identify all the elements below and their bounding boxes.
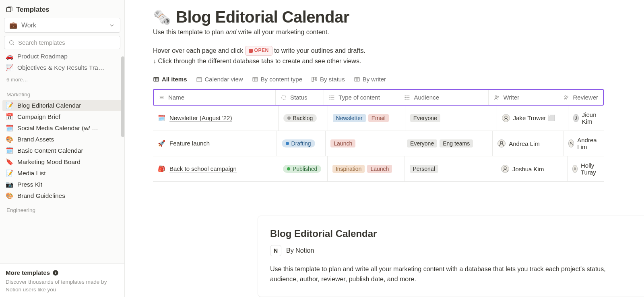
column-header-reviewer[interactable]: Reviewer	[558, 90, 603, 105]
column-header-status[interactable]: Status	[276, 90, 324, 105]
row-title[interactable]: Newsletter (August '22)	[169, 114, 232, 122]
reviewer-name: Jieun Kim	[582, 111, 599, 125]
template-info-card: Blog Editorial Calendar N By Notion Get …	[258, 216, 644, 297]
table-row[interactable]: 🚀Feature launch Drafting Launch Everyone…	[153, 131, 604, 156]
sidebar-item-label: Marketing Mood Board	[17, 158, 80, 166]
type-tag: Email	[368, 114, 389, 122]
item-icon: 📝	[6, 102, 13, 109]
notion-icon: N	[270, 245, 281, 256]
audience-tag: Eng teams	[440, 139, 473, 147]
svg-point-35	[405, 99, 405, 99]
workspace-select-label: Work	[21, 22, 36, 29]
sidebar-item[interactable]: 📝Blog Editorial Calendar	[2, 100, 122, 111]
sidebar-item-label: Campaign Brief	[17, 113, 60, 120]
svg-point-39	[567, 96, 568, 97]
type-tag: Inspiration	[332, 165, 365, 173]
workspace-select[interactable]: 💼 Work	[4, 18, 120, 33]
column-header-writer[interactable]: Writer	[489, 90, 558, 105]
calendar-icon	[196, 76, 202, 83]
db-tab[interactable]: By content type	[252, 76, 302, 83]
reviewer-person: Holly Turay	[572, 162, 599, 176]
item-icon: 📝	[6, 170, 13, 177]
sidebar-item[interactable]: 🗓️Social Media Calendar (w/ …	[2, 123, 122, 134]
db-tab[interactable]: Calendar view	[196, 76, 243, 83]
sidebar-item[interactable]: 🗓️Basic Content Calendar	[2, 145, 122, 156]
svg-point-36	[495, 96, 497, 97]
svg-point-41	[500, 141, 503, 144]
item-icon: 📅	[6, 113, 13, 120]
column-header-type[interactable]: Type of content	[324, 90, 399, 105]
status-pill: Published	[283, 165, 322, 173]
sidebar-item-label: Product Roadmap	[17, 53, 68, 60]
svg-point-1	[10, 40, 13, 44]
templates-header: Templates	[4, 5, 120, 18]
sidebar-item[interactable]: 📷Press Kit	[2, 179, 122, 190]
sidebar-item-label: Media List	[17, 170, 46, 177]
reviewer-person: Andrea Lim	[568, 137, 599, 150]
page-icon: 🗞️	[153, 9, 171, 26]
column-header-name[interactable]: Name	[154, 90, 276, 105]
writer-name: Jake Trower ⬜	[513, 114, 555, 122]
row-title[interactable]: Back to school campaign	[169, 165, 237, 172]
db-tab[interactable]: All items	[153, 76, 187, 83]
svg-rect-16	[312, 77, 313, 81]
svg-point-29	[330, 99, 330, 99]
db-tab[interactable]: By writer	[354, 76, 386, 83]
people-icon	[493, 94, 500, 101]
item-icon: 🎨	[6, 136, 13, 143]
type-tag: Launch	[330, 139, 355, 147]
sidebar-item[interactable]: 🎨Brand Guidelines	[2, 190, 122, 201]
search-input-wrapper[interactable]	[4, 36, 120, 49]
reviewer-name: Andrea Lim	[577, 137, 599, 150]
status-pill: Drafting	[282, 139, 315, 147]
sidebar-item-label: Social Media Calendar (w/ …	[17, 125, 98, 132]
more-templates-title[interactable]: More templates	[6, 269, 50, 276]
avatar	[572, 165, 578, 173]
sidebar-item[interactable]: 🎨Brand Assets	[2, 134, 122, 145]
item-icon: 🎨	[6, 192, 13, 199]
sidebar-item-label: Blog Editorial Calendar	[17, 102, 81, 109]
svg-line-2	[13, 44, 14, 45]
template-author: By Notion	[286, 247, 314, 254]
table-row[interactable]: 🎒Back to school campaign Published Inspi…	[153, 156, 604, 182]
search-input[interactable]	[18, 39, 116, 46]
list-icon	[404, 94, 411, 101]
sidebar: Templates 💼 Work 🚗Product Roadmap📈Object	[0, 0, 125, 297]
sidebar-item[interactable]: 📅Campaign Brief	[2, 111, 122, 123]
sidebar-item[interactable]: 📝Media List	[2, 168, 122, 179]
sidebar-more-link[interactable]: 6 more…	[2, 73, 122, 86]
column-header-audience[interactable]: Audience	[399, 90, 489, 105]
table-icon	[354, 76, 360, 83]
sidebar-item-label: Press Kit	[17, 181, 42, 188]
table-row[interactable]: 🗓️Newsletter (August '22) Backlog Newsle…	[153, 106, 604, 131]
audience-tag: Everyone	[410, 114, 440, 122]
people-icon	[563, 94, 570, 101]
db-tab-label: By content type	[261, 76, 302, 83]
svg-point-28	[330, 97, 330, 98]
type-tag: Launch	[367, 165, 392, 173]
svg-point-44	[574, 168, 576, 169]
audience-tag: Personal	[410, 165, 438, 173]
sidebar-scrollbar[interactable]	[121, 56, 124, 137]
avatar	[568, 139, 574, 147]
row-title[interactable]: Feature launch	[169, 140, 210, 147]
sidebar-item[interactable]: 🔖Marketing Mood Board	[2, 156, 122, 168]
sidebar-item[interactable]: 📈Objectives & Key Results Tra…	[2, 62, 122, 73]
sidebar-item[interactable]: 🚗Product Roadmap	[2, 51, 122, 62]
svg-rect-8	[197, 77, 202, 82]
item-icon: 📷	[6, 181, 13, 188]
search-icon	[8, 39, 15, 46]
db-tab[interactable]: By status	[311, 76, 345, 83]
writer-person: Jake Trower ⬜	[502, 114, 555, 122]
page-help-text: Hover over each page and click OPEN to w…	[153, 46, 604, 66]
database-tabs: All itemsCalendar viewBy content typeBy …	[153, 76, 604, 87]
svg-point-37	[497, 96, 498, 97]
svg-point-33	[405, 96, 405, 96]
board-icon	[311, 76, 318, 83]
list-icon	[329, 94, 335, 101]
db-tab-label: By status	[320, 76, 345, 83]
avatar	[501, 165, 509, 173]
more-templates-panel: More templates Discover thousands of tem…	[0, 263, 124, 297]
svg-point-43	[504, 167, 506, 169]
db-tab-label: Calendar view	[205, 76, 243, 83]
